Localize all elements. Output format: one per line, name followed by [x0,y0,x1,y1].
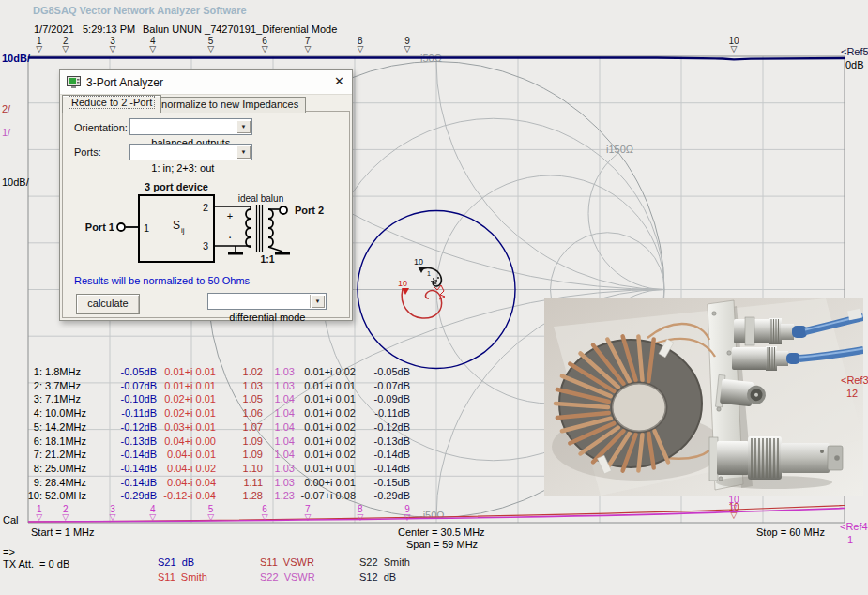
mode-select[interactable]: differential mode ▼ [207,293,327,310]
ref4-label[interactable]: <Ref4 [840,521,868,532]
ref3-value: 12 [846,388,858,399]
vnwa-main-window: i50Ω i150Ω -i50Ω 10 1 10 DG8SAQ V [0,0,868,595]
calculate-button[interactable]: calculate [76,294,140,314]
smith-label-i150: i150Ω [606,144,633,155]
legend-s11-vswr[interactable]: S11 VSWR [260,557,314,568]
axis-start: Start = 1 MHz [31,526,95,538]
ports-label: Ports: [74,146,101,158]
s22-smith-marker10[interactable]: 10 [414,257,425,273]
close-icon[interactable]: ✕ [334,74,344,88]
sweep-datetime: 1/7/2021 5:29:13 PM [34,23,135,35]
status-arrow: => [3,546,15,557]
legend-s22-vswr[interactable]: S22 VSWR [260,572,315,583]
s11-smith-trace [402,289,441,318]
scale-s22-vswr: 1/ [2,127,10,138]
ref4-value: 1 [847,534,853,545]
svg-text:10: 10 [414,257,423,267]
ref5-value: 0dB [845,59,864,70]
bnc-connector-bottom [709,436,843,489]
dialog-title: 3-Port Analyzer [86,76,163,89]
legend-s12[interactable]: S12 dB [359,572,396,583]
cal-label[interactable]: Cal [3,514,19,526]
ports-select[interactable]: 1: in; 2+3: out ▼ [129,144,252,160]
chevron-down-icon[interactable]: ▼ [236,145,251,159]
scale-s11-vswr: 2/ [2,103,10,114]
s11-smith-marker10[interactable]: 10 [398,279,409,295]
legend-s22-smith[interactable]: S22 Smith [359,557,410,568]
svg-text:10: 10 [398,279,407,288]
analyzer-icon [67,76,82,90]
orientation-select[interactable]: balanced outputs ▼ [129,118,252,135]
orientation-label: Orientation: [74,122,128,133]
ref3-label[interactable]: <Ref3 [841,374,868,386]
ref5-label[interactable]: <Ref5 [841,46,868,57]
scale-s12: 10dB/ [2,176,29,188]
scale-s21: 10dB/ [2,53,30,64]
tab-reduce-to-2-port[interactable]: Reduce to 2 -Port [62,95,161,113]
s11-smith-cluster [434,285,445,299]
chevron-down-icon[interactable]: ▼ [236,120,251,133]
three-port-analyzer-dialog: 3-Port Analyzer ✕ Reduce to 2 -Port Reno… [59,69,353,321]
dialog-titlebar[interactable]: 3-Port Analyzer ✕ [60,70,352,95]
svg-text:1: 1 [427,270,431,277]
tab-renormalize[interactable]: Renormalize to new Impedances [141,97,306,113]
chevron-down-icon[interactable]: ▼ [310,295,325,308]
legend-s21[interactable]: S21 dB [158,557,194,568]
sweep-filename: Balun UNUN _74270191_Diferential Mode [143,23,337,35]
normalization-note: Results will be normalized to 50 Ohms [74,275,250,286]
legend-s11-smith[interactable]: S11 Smith [158,572,207,583]
axis-span: Span = 59 MHz [406,539,478,550]
axis-center: Center = 30.5 MHz [398,526,485,538]
axis-stop: Stop = 60 MHz [756,526,825,538]
tx-att-label: TX Att. = 0 dB [3,558,69,570]
balun-photo [544,298,863,496]
